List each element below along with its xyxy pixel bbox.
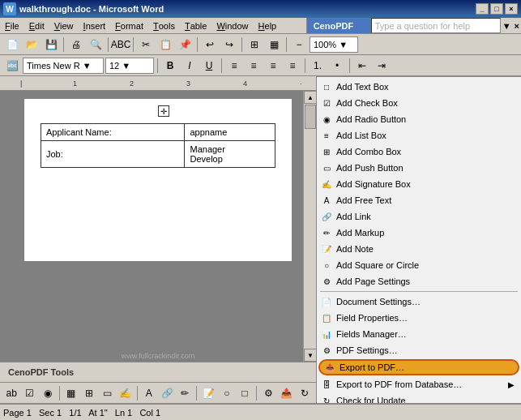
menu-item-fields-manager[interactable]: 📊 Fields Manager…: [317, 326, 521, 342]
open-button[interactable]: 📂: [23, 36, 41, 54]
menu-item-add-page-settings[interactable]: ⚙ Add Page Settings: [317, 273, 521, 289]
menu-item-pdf-settings[interactable]: ⚙ PDF Settings…: [317, 342, 521, 358]
ct-btn16[interactable]: ↻: [297, 384, 313, 402]
paste-button[interactable]: 📌: [176, 36, 194, 54]
save-button[interactable]: 💾: [42, 36, 60, 54]
page-status: Page 1 Sec 1 1/1 At 1" Ln 1 Col 1: [3, 408, 160, 418]
copy-button[interactable]: 📋: [156, 36, 174, 54]
menu-item-field-properties[interactable]: 📋 Field Properties…: [317, 310, 521, 326]
menu-item-add-text-box[interactable]: □ Add Text Box: [317, 79, 521, 95]
maximize-button[interactable]: □: [490, 3, 503, 15]
menu-item-add-check-box[interactable]: ☑ Add Check Box: [317, 95, 521, 111]
help-search-placeholder: Type a question for help: [375, 21, 470, 31]
font-size-dropdown[interactable]: 12 ▼: [105, 58, 154, 74]
outdent-button[interactable]: ⇤: [353, 57, 371, 75]
menu-item-export-to-pdf-from-db[interactable]: 🗄 Export to PDF from Database… ▶: [317, 376, 521, 392]
undo-button[interactable]: ↩: [201, 36, 219, 54]
columns-button[interactable]: ▦: [265, 36, 283, 54]
menu-item-add-signature-box[interactable]: ✍ Add Signature Box: [317, 176, 521, 192]
help-close-button[interactable]: ×: [513, 18, 521, 33]
ct-btn3[interactable]: ◉: [40, 384, 56, 402]
underline-button[interactable]: U: [200, 57, 218, 75]
ct-btn11[interactable]: 📝: [200, 384, 216, 402]
italic-button[interactable]: I: [181, 57, 199, 75]
style-btn[interactable]: 🔤: [3, 57, 21, 75]
ct-btn13[interactable]: □: [237, 384, 253, 402]
cut-button[interactable]: ✂: [137, 36, 155, 54]
menu-table[interactable]: Table: [180, 18, 212, 33]
ct-btn5[interactable]: ⊞: [81, 384, 97, 402]
menu-item-add-note[interactable]: 📝 Add Note: [317, 241, 521, 257]
zoom-dropdown[interactable]: 100% ▼: [310, 36, 358, 53]
font-name-dropdown[interactable]: Times New R ▼: [23, 58, 104, 74]
sep1: [63, 37, 64, 52]
menu-item-export-to-pdf[interactable]: 📤 Export to PDF…: [318, 359, 519, 375]
minimize-button[interactable]: _: [476, 3, 489, 15]
ct-btn8[interactable]: A: [141, 384, 157, 402]
align-left-button[interactable]: ≡: [225, 57, 243, 75]
export-to-pdf-label: Export to PDF…: [340, 362, 404, 372]
doc-scroll-thumb[interactable]: [305, 105, 316, 129]
help-search-box[interactable]: Type a question for help: [371, 18, 501, 33]
zoom-out-button[interactable]: −: [290, 36, 308, 54]
menu-tools[interactable]: Tools: [148, 18, 180, 33]
close-button[interactable]: ×: [505, 3, 518, 15]
title-bar-buttons[interactable]: _ □ ×: [476, 3, 518, 15]
numbering-button[interactable]: 1.: [309, 57, 327, 75]
move-handle[interactable]: ✛: [158, 105, 169, 117]
ct-btn9[interactable]: 🔗: [159, 384, 175, 402]
menu-help[interactable]: Help: [254, 18, 282, 33]
print-button[interactable]: 🖨: [67, 36, 85, 54]
menu-item-document-settings[interactable]: 📄 Document Settings…: [317, 294, 521, 310]
menu-item-add-link[interactable]: 🔗 Add Link: [317, 208, 521, 225]
cenopdf-tab[interactable]: CenoPDF: [306, 18, 371, 33]
menu-view[interactable]: View: [49, 18, 79, 33]
menu-insert[interactable]: Insert: [79, 18, 111, 33]
ct-btn6[interactable]: ▭: [99, 384, 115, 402]
menu-item-add-push-button[interactable]: ▭ Add Push Button: [317, 160, 521, 176]
doc-vscroll[interactable]: ▲ ▼: [303, 91, 316, 362]
add-signature-box-icon: ✍: [320, 178, 333, 191]
ct-btn1[interactable]: ab: [3, 384, 19, 402]
table-button[interactable]: ⊞: [246, 36, 263, 54]
ct-btn15[interactable]: 📤: [278, 384, 294, 402]
print-preview-button[interactable]: 🔍: [87, 36, 105, 54]
menu-item-add-list-box[interactable]: ≡ Add List Box: [317, 127, 521, 144]
ct-btn2[interactable]: ☑: [21, 384, 37, 402]
indent-button[interactable]: ⇥: [373, 57, 391, 75]
export-to-pdf-from-db-label: Export to PDF from Database…: [336, 379, 462, 389]
menu-item-add-free-text[interactable]: A Add Free Text: [317, 192, 521, 208]
help-search-button[interactable]: ▼: [501, 18, 513, 33]
redo-button[interactable]: ↪: [220, 36, 238, 54]
align-right-button[interactable]: ≡: [264, 57, 282, 75]
bullets-button[interactable]: •: [328, 57, 346, 75]
menu-window[interactable]: Window: [211, 18, 253, 33]
ct-btn4[interactable]: ▦: [63, 384, 79, 402]
menu-edit[interactable]: Edit: [24, 18, 49, 33]
ct-btn10[interactable]: ✏: [177, 384, 193, 402]
ct-btn14[interactable]: ⚙: [260, 384, 276, 402]
menu-item-add-combo-box[interactable]: ⊞ Add Combo Box: [317, 144, 521, 160]
ct-btn12[interactable]: ○: [219, 384, 235, 402]
menu-item-check-for-update[interactable]: ↻ Check for Update: [317, 392, 521, 404]
new-button[interactable]: 📄: [3, 36, 21, 54]
spell-button[interactable]: ABC: [112, 36, 130, 54]
sep5: [241, 37, 242, 52]
menu-file[interactable]: File: [0, 18, 24, 33]
doc-scroll-down[interactable]: ▼: [304, 349, 316, 362]
add-push-button-label: Add Push Button: [336, 163, 404, 173]
menu-item-add-markup[interactable]: ✏ Add Markup: [317, 225, 521, 241]
export-to-pdf-icon: 📤: [323, 361, 336, 374]
ct-sep3: [196, 386, 197, 401]
align-center-button[interactable]: ≡: [245, 57, 263, 75]
fields-manager-icon: 📊: [320, 328, 333, 341]
menu-item-add-square-or-circle[interactable]: ○ Add Square or Circle: [317, 257, 521, 273]
sep2: [108, 37, 109, 52]
justify-button[interactable]: ≡: [284, 57, 301, 75]
bold-button[interactable]: B: [161, 57, 179, 75]
menu-format[interactable]: Format: [110, 18, 148, 33]
doc-scroll-up[interactable]: ▲: [304, 91, 316, 104]
menu-item-add-radio-button[interactable]: ◉ Add Radio Button: [317, 111, 521, 127]
ct-btn7[interactable]: ✍: [117, 384, 134, 402]
table-cell-label-1: Applicant Name:: [41, 124, 185, 141]
